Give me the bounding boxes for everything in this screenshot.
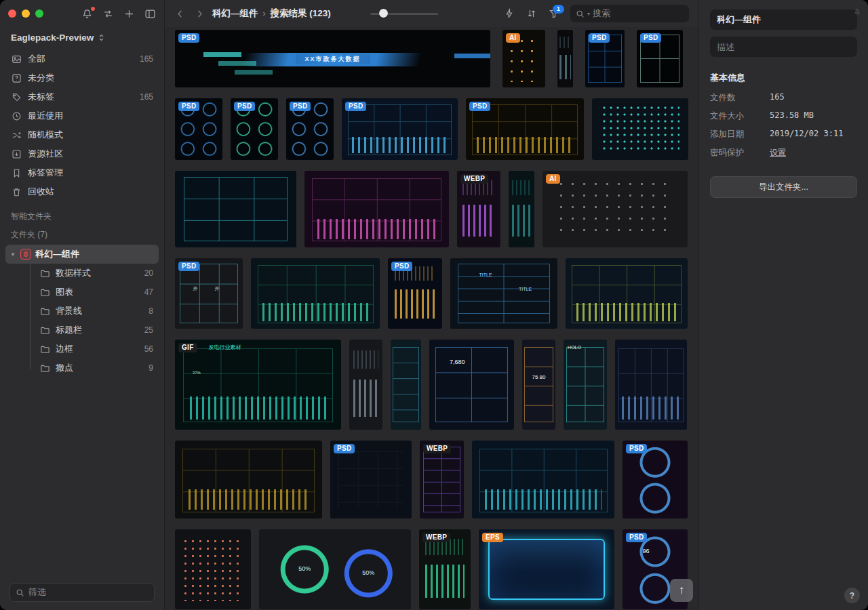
- untagged-icon: [11, 92, 22, 102]
- info-row: 文件大小 523.58 MB: [710, 110, 857, 122]
- sidebar-toggle-icon[interactable]: [144, 8, 156, 20]
- close-window-button[interactable]: [8, 9, 16, 18]
- sync-arrows-icon[interactable]: [102, 8, 114, 20]
- sidebar-item-label: 未标签: [28, 91, 54, 103]
- thumbnail-r1-4[interactable]: PSD: [585, 30, 625, 87]
- panel-pin-icon[interactable]: [853, 7, 861, 19]
- sidebar-item-label: 随机模式: [28, 129, 63, 141]
- sidebar-item-label: 未分类: [28, 72, 54, 84]
- info-label: 密码保护: [710, 147, 770, 159]
- thumbnail-r3-1[interactable]: [175, 171, 296, 247]
- subfolder-item[interactable]: 图表 47: [24, 283, 159, 302]
- sidebar-item-trash[interactable]: 回收站: [5, 182, 159, 201]
- sidebar-item-random[interactable]: 随机模式: [5, 125, 159, 144]
- folder-description-input[interactable]: [710, 37, 857, 57]
- subfolder-item[interactable]: 撒点 9: [24, 359, 159, 378]
- sidebar-item-tags[interactable]: 标签管理: [5, 163, 159, 182]
- thumbnail-r2-2[interactable]: PSD: [231, 98, 278, 160]
- thumbnail-r7-2[interactable]: 50%50%: [259, 529, 411, 609]
- thumbnail-text: 开: [215, 285, 220, 290]
- sidebar-item-recent[interactable]: 最近使用: [5, 106, 159, 125]
- thumbnail-text: 75 80: [532, 375, 545, 380]
- thumbnail-r2-4[interactable]: PSD: [342, 98, 458, 160]
- subfolder-item[interactable]: 背景线 8: [24, 302, 159, 321]
- notification-bell-icon[interactable]: [81, 8, 93, 20]
- sidebar-item-all[interactable]: 全部 165: [5, 49, 159, 68]
- library-switcher[interactable]: Eaglepack-Preview: [0, 27, 164, 47]
- thumbnail-r4-2[interactable]: [251, 258, 380, 329]
- thumbnail-r4-4[interactable]: TITLETITLE: [450, 258, 557, 329]
- thumbnail-r4-1[interactable]: PSD开开: [175, 258, 243, 329]
- disclosure-caret-icon[interactable]: ▾: [9, 251, 16, 258]
- format-badge-webp: WEBP: [460, 174, 488, 184]
- filter-funnel-icon[interactable]: 1: [548, 8, 559, 20]
- format-badge-psd: PSD: [626, 444, 647, 453]
- format-badge-ai: AI: [506, 33, 520, 43]
- thumbnail-text: 37%: [193, 371, 201, 375]
- thumbnail-r5-5[interactable]: 75 80: [522, 340, 555, 430]
- subfolder-item[interactable]: 标题栏 25: [24, 321, 159, 340]
- settings-link[interactable]: 设置: [770, 147, 786, 159]
- minimize-window-button[interactable]: [22, 9, 30, 18]
- thumbnail-r6-4[interactable]: [472, 441, 614, 518]
- zoom-window-button[interactable]: [35, 9, 43, 18]
- thumbnail-r5-6[interactable]: HOLO: [564, 340, 607, 430]
- folder-title-input[interactable]: [710, 9, 857, 30]
- subfolder-item[interactable]: 边框 56: [24, 340, 159, 359]
- folder-icon: [40, 287, 50, 298]
- thumbnail-r5-7[interactable]: [615, 340, 687, 430]
- sidebar-item-uncategorized[interactable]: 未分类: [5, 68, 159, 87]
- thumbnail-zoom-slider[interactable]: [370, 9, 438, 18]
- format-badge-eps: EPS: [482, 533, 503, 542]
- thumbnail-r2-5[interactable]: PSD: [466, 98, 584, 160]
- sidebar-nav: 全部 165 未分类 未标签 165 最近使用 随机模式 资源社区 标签管理 回…: [0, 47, 164, 201]
- sidebar-item-untagged[interactable]: 未标签 165: [5, 87, 159, 106]
- subfolder-label: 数据样式: [56, 267, 91, 279]
- thumbnail-r6-1[interactable]: [175, 441, 322, 518]
- thumbnail-r2-6[interactable]: [592, 98, 688, 160]
- add-plus-icon[interactable]: [123, 8, 135, 20]
- format-badge-psd: PSD: [234, 102, 255, 111]
- search-input[interactable]: ▾ 搜索: [570, 5, 689, 22]
- thumbnail-r7-3[interactable]: WEBP: [419, 529, 471, 609]
- filter-placeholder: 筛选: [28, 586, 46, 598]
- thumbnail-r5-2[interactable]: [349, 340, 382, 430]
- help-button[interactable]: ?: [844, 588, 860, 603]
- sort-order-icon[interactable]: [526, 8, 537, 20]
- format-badge-psd: PSD: [345, 102, 366, 111]
- lightning-icon[interactable]: [503, 8, 515, 20]
- export-folder-button[interactable]: 导出文件夹...: [710, 176, 857, 198]
- thumbnail-r7-4[interactable]: EPS: [479, 529, 614, 609]
- thumbnail-r1-5[interactable]: PSD: [637, 30, 683, 87]
- thumbnail-r3-4[interactable]: [509, 171, 534, 247]
- filter-input[interactable]: 筛选: [9, 583, 155, 602]
- thumbnail-r2-1[interactable]: PSD: [175, 98, 222, 160]
- thumbnail-r5-4[interactable]: 7,680: [429, 340, 514, 430]
- thumbnail-r1-1[interactable]: PSDXX市政务大数据: [175, 30, 490, 87]
- thumbnail-r5-3[interactable]: [391, 340, 421, 430]
- thumbnail-r3-2[interactable]: [304, 171, 449, 247]
- back-button[interactable]: [174, 8, 186, 20]
- slider-thumb[interactable]: [379, 9, 388, 18]
- info-row: 添加日期 2019/12/02 3:11: [710, 129, 857, 140]
- thumbnail-r4-5[interactable]: [566, 258, 688, 329]
- thumbnail-r3-3[interactable]: WEBP: [457, 171, 500, 247]
- sidebar-item-community[interactable]: 资源社区: [5, 144, 159, 163]
- thumbnail-r6-3[interactable]: WEBP: [420, 441, 464, 518]
- thumbnail-r2-3[interactable]: PSD: [286, 98, 334, 160]
- chevron-down-icon[interactable]: ▾: [587, 11, 590, 17]
- thumbnail-r1-2[interactable]: AI: [502, 30, 545, 87]
- thumbnail-r3-5[interactable]: AI: [542, 171, 688, 247]
- thumbnail-r6-5[interactable]: PSD: [623, 441, 688, 518]
- thumbnail-r5-1[interactable]: GIF发电行业素材37%: [175, 340, 341, 430]
- thumbnail-text: 7,680: [450, 359, 465, 365]
- breadcrumb-folder[interactable]: 科幻—组件: [212, 7, 258, 20]
- thumbnail-r4-3[interactable]: PSD: [388, 258, 442, 329]
- folder-item-selected[interactable]: ▾ 0 科幻—组件: [5, 245, 159, 264]
- subfolder-item[interactable]: 数据样式 20: [24, 264, 159, 283]
- scroll-to-top-button[interactable]: ↑: [670, 579, 693, 602]
- thumbnail-r1-3[interactable]: [557, 30, 573, 87]
- thumbnail-r6-2[interactable]: PSD: [330, 441, 412, 518]
- thumbnail-r7-1[interactable]: [175, 529, 251, 609]
- forward-button[interactable]: [194, 8, 205, 20]
